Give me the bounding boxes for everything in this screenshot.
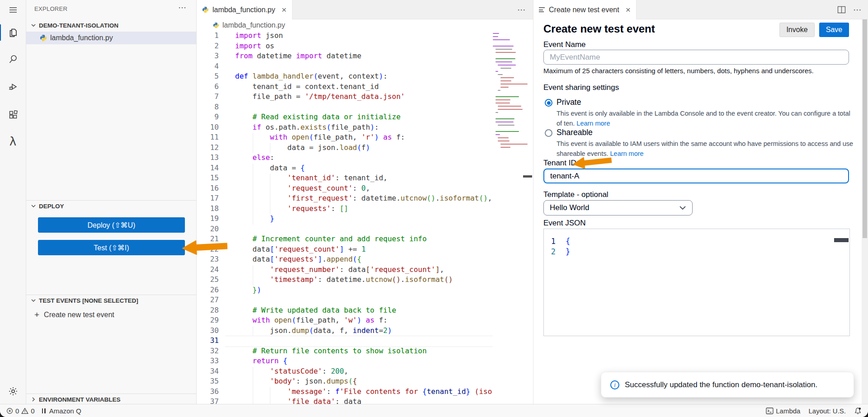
code-line: 8 — [197, 103, 492, 113]
aws-lambda-icon[interactable]: λ — [0, 131, 26, 152]
chevron-down-icon — [30, 297, 37, 304]
code-text: 'first_request': datetime.utcnow().isofo… — [235, 194, 492, 204]
learn-more-link[interactable]: Learn more — [610, 150, 644, 157]
explorer-more-icon[interactable]: ⋯ — [178, 3, 186, 13]
code-line: 2import os — [197, 42, 492, 52]
page-title: Create new test event — [543, 23, 655, 35]
create-test-event-panel: Create new test event × ⋯ Create new tes… — [533, 0, 868, 404]
code-line: 4 — [197, 62, 492, 72]
indent-guide — [253, 377, 253, 387]
layout-status[interactable]: Layout: U.S. — [808, 407, 846, 415]
plus-icon: + — [34, 310, 39, 320]
tenant-id-input[interactable] — [543, 169, 849, 183]
code-text: 'request_number': data['request_count'], — [235, 265, 444, 276]
tab-lambda-function[interactable]: lambda_function.py × — [197, 0, 292, 19]
close-icon[interactable]: × — [626, 5, 631, 14]
line-number: 16 — [197, 184, 219, 194]
private-radio[interactable] — [545, 99, 552, 107]
deploy-button[interactable]: Deploy (⇧⌘U) — [38, 217, 185, 233]
run-debug-icon[interactable] — [0, 76, 26, 98]
more-actions-icon[interactable]: ⋯ — [517, 5, 526, 15]
indent-guide — [270, 143, 270, 154]
minimap-line — [498, 90, 500, 91]
line-number: 24 — [197, 265, 219, 276]
line-number: 21 — [197, 234, 219, 245]
indent-guide — [270, 204, 270, 215]
indent-guide — [270, 387, 270, 398]
minimap-line — [500, 80, 512, 81]
code-line: 23 data['requests'].append({ — [197, 255, 492, 265]
minimap[interactable] — [493, 33, 523, 404]
split-editor-icon[interactable] — [837, 6, 846, 14]
code-text: return { — [235, 356, 288, 367]
template-select[interactable]: Hello World — [543, 200, 693, 216]
indent-guide — [253, 164, 253, 174]
line-number: 1 — [544, 236, 556, 247]
code-editor[interactable]: 1import json2import os3from datetime imp… — [197, 31, 492, 404]
template-label: Template - optional — [543, 190, 609, 199]
create-new-test-event-item[interactable]: + Create new test event — [26, 309, 196, 321]
notifications-bell[interactable] — [854, 407, 862, 415]
learn-more-link[interactable]: Learn more — [576, 120, 610, 127]
code-line: 19 } — [197, 214, 492, 225]
minimap-line — [495, 52, 516, 53]
file-item-lambda-function[interactable]: lambda_function.py — [26, 32, 196, 44]
environment-variables-section-header[interactable]: ENVIRONMENT VARIABLES — [26, 394, 196, 405]
line-number: 7 — [197, 92, 219, 103]
private-radio-label[interactable]: Private — [557, 98, 581, 107]
shareable-radio[interactable] — [545, 129, 552, 137]
code-text: with open(file_path, 'r') as f: — [235, 133, 405, 143]
menu-icon[interactable] — [0, 2, 26, 18]
minimap-line — [495, 71, 499, 72]
indent-guide — [253, 326, 253, 337]
json-text: } — [566, 247, 570, 256]
lambda-terminal-status[interactable]: Lambda — [766, 407, 800, 415]
tab-title: lambda_function.py — [212, 6, 275, 14]
line-number: 20 — [197, 225, 219, 235]
line-number: 4 — [197, 62, 219, 72]
explorer-icon[interactable] — [0, 22, 26, 43]
tab-create-test-event[interactable]: Create new test event × — [533, 0, 637, 19]
breadcrumb[interactable]: lambda_function.py — [213, 19, 285, 31]
code-text: # Write updated data back to file — [235, 306, 396, 316]
event-name-input[interactable] — [543, 50, 849, 65]
overview-ruler-cursor — [523, 175, 532, 178]
toast-notification: i Successfully updated the function demo… — [601, 372, 854, 398]
panel-scrollbar-thumb[interactable] — [863, 19, 867, 238]
minimap-line — [495, 131, 519, 132]
test-button[interactable]: Test (⇧⌘I) — [38, 240, 185, 255]
minimap-line — [495, 61, 513, 62]
test-events-section-header[interactable]: TEST EVENTS [NONE SELECTED] — [26, 295, 196, 306]
amazon-q-status[interactable]: Amazon Q — [42, 407, 81, 415]
code-text: data = json.load(f) — [235, 143, 370, 154]
indent-guide — [253, 367, 253, 377]
more-actions-icon[interactable]: ⋯ — [853, 5, 862, 15]
project-section-header[interactable]: DEMO-TENANT-ISOLATION — [26, 20, 196, 31]
explorer-title: EXPLORER — [34, 5, 67, 12]
code-text: # Read existing data or initialize — [235, 112, 401, 123]
minimap-line — [495, 58, 515, 59]
event-json-editor[interactable]: 1{2} — [543, 229, 850, 336]
event-json-label: Event JSON — [543, 219, 586, 228]
line-number: 10 — [197, 123, 219, 133]
json-editor-scrollbar-thumb[interactable] — [834, 238, 849, 242]
error-icon — [6, 408, 13, 414]
code-text: }) — [235, 286, 261, 296]
code-line: 27 — [197, 295, 492, 306]
file-item-label: lambda_function.py — [50, 34, 113, 42]
save-button[interactable]: Save — [819, 23, 849, 37]
minimap-line — [498, 65, 516, 66]
private-radio-description: This event is only available in the Lamb… — [557, 108, 850, 128]
code-text: json.dump(data, f, indent=2) — [235, 326, 392, 337]
settings-gear-icon[interactable] — [0, 380, 26, 402]
shareable-radio-description: This event is available to IAM users wit… — [557, 139, 853, 159]
close-icon[interactable]: × — [282, 5, 287, 14]
panel-tab-bar: Create new test event × ⋯ — [533, 0, 868, 19]
shareable-radio-label[interactable]: Shareable — [557, 128, 593, 137]
invoke-button[interactable]: Invoke — [779, 23, 815, 37]
code-line: 30 json.dump(data, f, indent=2) — [197, 326, 492, 337]
deploy-section-header[interactable]: DEPLOY — [26, 201, 196, 211]
search-icon[interactable] — [0, 48, 26, 70]
problems-status[interactable]: 0 0 — [6, 407, 35, 415]
extensions-icon[interactable] — [0, 104, 26, 126]
